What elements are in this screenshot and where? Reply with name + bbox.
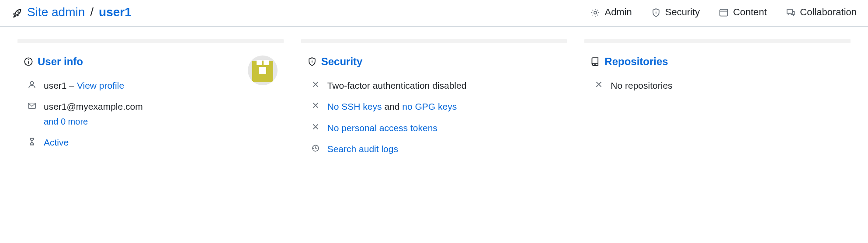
nav-collaboration[interactable]: Collaboration <box>786 7 857 18</box>
no-ssh-keys-link[interactable]: No SSH keys <box>327 101 382 111</box>
gear-icon <box>590 7 600 18</box>
breadcrumb-current-link[interactable]: user1 <box>99 5 132 19</box>
hourglass-icon <box>27 136 37 146</box>
x-icon <box>311 79 320 88</box>
status-link[interactable]: Active <box>44 137 69 147</box>
nav-content-label: Content <box>733 7 767 18</box>
svg-point-2 <box>656 12 656 13</box>
view-profile-link[interactable]: View profile <box>77 80 124 90</box>
browser-icon <box>719 7 729 18</box>
email-text: user1@myexample.com <box>44 101 143 111</box>
discussion-icon <box>786 7 795 18</box>
svg-point-8 <box>311 61 312 62</box>
repositories-column: Repositories No repositories <box>584 39 851 156</box>
username-text: user1 <box>44 80 67 90</box>
page-header: Site admin / user1 Admin Security <box>0 0 868 27</box>
keys-row: No SSH keys and no GPG keys <box>311 100 561 113</box>
nav-admin-label: Admin <box>604 7 632 18</box>
username-row: user1 – View profile <box>27 79 248 92</box>
rocket-icon <box>11 5 23 19</box>
mail-icon <box>27 100 37 110</box>
no-repos-row: No repositories <box>594 79 844 92</box>
shield-icon <box>307 57 317 66</box>
email-row: user1@myexample.com and 0 more <box>27 100 248 128</box>
user-info-title-link[interactable]: User info <box>38 56 83 68</box>
security-column: Security Two-factor authentication disab… <box>301 39 567 156</box>
svg-point-1 <box>594 11 597 14</box>
nav-content[interactable]: Content <box>719 7 767 18</box>
history-icon <box>311 142 320 153</box>
security-header: Security <box>307 56 561 68</box>
x-icon <box>311 122 320 131</box>
repositories-title-link[interactable]: Repositories <box>604 56 668 68</box>
nav-security-label: Security <box>665 7 700 18</box>
column-divider <box>17 39 284 43</box>
keys-and-text: and <box>382 101 403 111</box>
column-divider <box>584 39 851 43</box>
two-factor-text: Two-factor authentication disabled <box>327 79 561 92</box>
x-icon <box>311 100 320 109</box>
breadcrumb-separator: / <box>90 5 94 19</box>
header-nav: Admin Security Content <box>590 7 857 18</box>
no-gpg-keys-link[interactable]: no GPG keys <box>402 101 457 111</box>
person-icon <box>27 79 37 89</box>
security-title-link[interactable]: Security <box>321 56 363 68</box>
no-repos-text: No repositories <box>611 79 844 92</box>
user-info-header: User info <box>24 56 248 68</box>
nav-security[interactable]: Security <box>651 7 700 18</box>
breadcrumb: Site admin / user1 <box>11 5 132 19</box>
svg-rect-3 <box>720 10 728 16</box>
user-info-column: User info user1 – View profile <box>17 39 284 156</box>
no-tokens-link[interactable]: No personal access tokens <box>327 123 437 133</box>
repo-icon <box>590 57 600 66</box>
repositories-header: Repositories <box>590 56 844 68</box>
svg-point-5 <box>28 59 29 60</box>
audit-logs-link[interactable]: Search audit logs <box>327 144 398 154</box>
tokens-row: No personal access tokens <box>311 122 561 135</box>
email-more-link[interactable]: and 0 more <box>44 117 88 126</box>
avatar[interactable] <box>248 56 278 85</box>
info-icon <box>24 57 33 66</box>
nav-collaboration-label: Collaboration <box>800 7 857 18</box>
x-icon <box>594 79 604 88</box>
nav-admin[interactable]: Admin <box>590 7 632 18</box>
shield-icon <box>651 7 661 18</box>
username-dash: – <box>67 80 77 90</box>
main-content: User info user1 – View profile <box>0 27 868 168</box>
status-row: Active <box>27 136 248 149</box>
audit-row: Search audit logs <box>311 142 561 156</box>
two-factor-row: Two-factor authentication disabled <box>311 79 561 92</box>
svg-point-0 <box>17 11 19 13</box>
svg-point-6 <box>30 82 34 85</box>
breadcrumb-root-link[interactable]: Site admin <box>27 5 85 19</box>
column-divider <box>301 39 567 43</box>
